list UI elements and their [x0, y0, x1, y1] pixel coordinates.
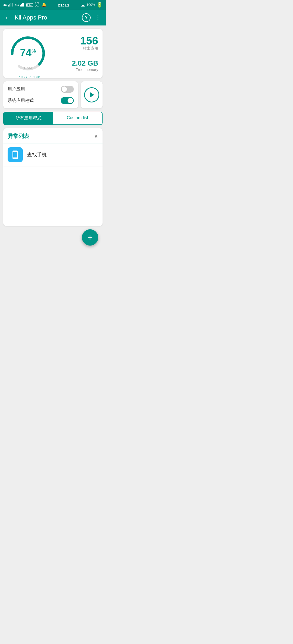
page-title: KillApps Pro — [15, 14, 82, 21]
svg-rect-2 — [11, 3, 11, 7]
svg-rect-3 — [12, 3, 12, 7]
list-header: 异常列表 ∧ — [3, 128, 103, 143]
svg-rect-0 — [8, 5, 9, 7]
fab-container: + — [3, 229, 103, 251]
battery-percent: 100% — [87, 3, 95, 7]
user-apps-toggle-row: 用户应用 — [8, 86, 74, 93]
chevron-up-icon[interactable]: ∧ — [94, 133, 98, 140]
ram-label: RAM — [24, 66, 32, 70]
svg-rect-6 — [22, 3, 23, 7]
main-content: 74% RAM 5.79 GB / 7.81 GB 156 推出应用 2.02 … — [0, 25, 106, 254]
status-right: ☁ 100% 🔋 — [81, 2, 103, 8]
ram-percent-display: 74% — [20, 47, 36, 59]
app-name-findphone: 查找手机 — [27, 152, 47, 158]
ram-used-display: 5.79 GB / 7.81 GB — [16, 75, 40, 79]
custom-list-tab[interactable]: Custom list — [53, 112, 102, 124]
svg-rect-5 — [21, 4, 22, 7]
list-section: 异常列表 ∧ 查找手机 — [3, 128, 103, 226]
list-empty-area — [3, 166, 103, 226]
help-button[interactable]: ? — [82, 13, 91, 22]
svg-rect-7 — [23, 3, 24, 7]
status-bar: 4G 4G HD₂ 0.80kB/s 🔔 21:11 ☁ 100% 🔋 — [0, 0, 106, 10]
controls-card: 用户应用 系统应用程式 — [3, 81, 103, 108]
system-apps-toggle-row: 系统应用程式 — [8, 97, 74, 104]
toggle-thumb-2 — [68, 98, 73, 103]
apps-count: 156 — [72, 35, 98, 46]
back-button[interactable]: ← — [4, 14, 11, 21]
status-time: 21:11 — [58, 3, 69, 7]
system-apps-label: 系统应用程式 — [8, 98, 34, 104]
signal-bars-1 — [8, 3, 13, 7]
ram-percent-value: 74% — [20, 47, 36, 58]
tab-switcher: 所有应用程式 Custom list — [3, 112, 103, 125]
play-circle — [84, 87, 99, 102]
notification-bell-icon: 🔔 — [42, 2, 47, 7]
signal-bars-2 — [20, 3, 24, 7]
user-apps-label: 用户应用 — [8, 86, 25, 92]
app-icon-findphone — [8, 147, 23, 162]
hd-icon: HD₂ — [26, 3, 33, 7]
ram-card: 74% RAM 5.79 GB / 7.81 GB 156 推出应用 2.02 … — [3, 29, 103, 78]
add-button[interactable]: + — [82, 229, 98, 246]
status-left: 4G 4G HD₂ 0.80kB/s 🔔 — [3, 2, 47, 8]
user-apps-toggle[interactable] — [61, 86, 74, 93]
toggles-section: 用户应用 系统应用程式 — [3, 81, 78, 108]
free-memory-label: Free memory — [72, 67, 98, 72]
more-options-button[interactable]: ⋮ — [95, 14, 101, 21]
kill-apps-button[interactable] — [81, 81, 103, 108]
cloud-icon: ☁ — [81, 2, 85, 8]
svg-rect-4 — [20, 5, 21, 7]
network-icon-2: 4G — [15, 3, 19, 7]
list-title: 异常列表 — [8, 133, 29, 140]
svg-rect-1 — [9, 4, 10, 7]
all-apps-tab[interactable]: 所有应用程式 — [4, 112, 53, 124]
apps-label: 推出应用 — [72, 46, 98, 51]
top-bar: ← KillApps Pro ? ⋮ — [0, 10, 106, 25]
battery-icon: 🔋 — [97, 2, 103, 8]
free-memory-value: 2.02 GB — [72, 59, 98, 67]
speed-indicator: 0.80kB/s — [35, 2, 40, 8]
toggle-thumb-1 — [62, 86, 67, 92]
ram-chart: 74% RAM 5.79 GB / 7.81 GB — [8, 33, 48, 74]
system-apps-toggle[interactable] — [61, 97, 74, 104]
list-item[interactable]: 查找手机 — [3, 143, 103, 166]
network-icon-1: 4G — [3, 3, 7, 7]
ram-info-right: 156 推出应用 2.02 GB Free memory — [72, 35, 98, 72]
